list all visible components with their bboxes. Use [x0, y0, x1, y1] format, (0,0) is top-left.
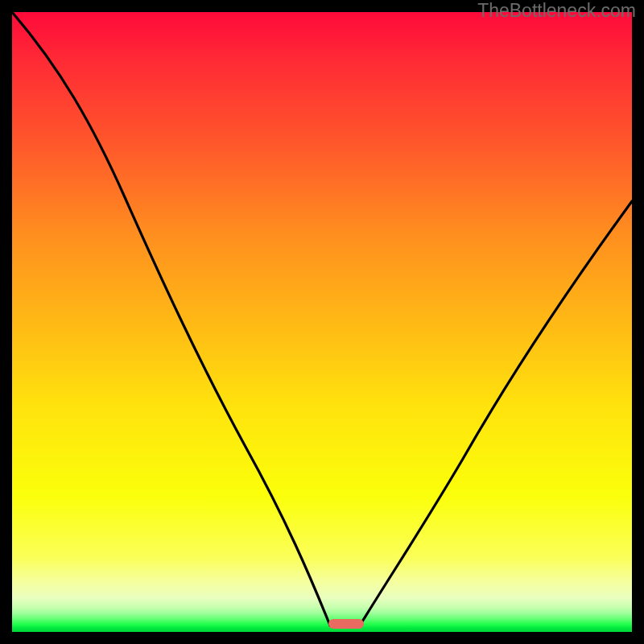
curve-left-branch: [12, 12, 330, 625]
attribution-text: TheBottleneck.com: [477, 0, 636, 22]
bottleneck-curve: [12, 12, 632, 632]
chart-frame: TheBottleneck.com: [0, 0, 644, 644]
curve-right-branch: [360, 201, 632, 625]
optimum-marker: [328, 619, 364, 629]
plot-area: [12, 12, 632, 632]
